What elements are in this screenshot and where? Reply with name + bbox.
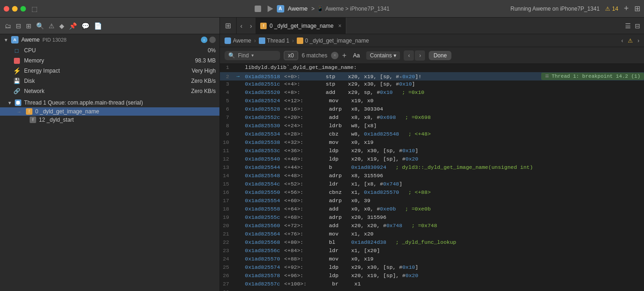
code-line-28: 28 [220, 289, 644, 291]
search-dropdown-icon[interactable]: ▾ [251, 53, 254, 58]
search-icon[interactable]: 🔍 [35, 21, 45, 31]
search-option-aa[interactable]: Aa [350, 51, 363, 60]
maximize-button[interactable] [20, 6, 26, 12]
breadcrumb-func[interactable]: 0 _dyld_get_image_name [297, 37, 369, 44]
line-number-5: 5 [220, 97, 233, 104]
code-line-16: 160x1ad825550 <+56>: cbnzx1, 0x1ad825570… [220, 189, 644, 197]
search-options: Aa [350, 51, 363, 60]
search-clear-button[interactable]: × [331, 52, 338, 59]
breadcrumb-warning-icon: ‹ [621, 37, 623, 44]
code-line-23: 230x1ad82556c <+84>: ldrx1, [x20] [220, 247, 644, 255]
line-content-12: 0x1ad825540 <+40>: ldpx20, x19, [sp], #0… [243, 155, 644, 162]
search-prev-button[interactable]: ‹ [404, 50, 414, 61]
line-number-15: 15 [220, 180, 233, 187]
add-tab-button[interactable]: + [624, 4, 629, 13]
line-arrow-2: → [233, 74, 243, 79]
line-content-2: 0x1ad825518 <+0>: stpx20, x19, [sp, #-0x… [243, 73, 541, 80]
line-addr-23: 0x1ad82556c [245, 248, 280, 254]
process-header[interactable]: ▼ A Aweme PID 13028 i [0, 34, 219, 45]
breadcrumb-thread[interactable]: Thread 1 [259, 37, 289, 44]
line-content-5: 0x1ad825524 <+12>: movx19, x0 [243, 97, 644, 104]
minimize-button[interactable] [12, 6, 18, 12]
layout-button[interactable]: ⊞ [634, 4, 640, 13]
energy-icon: ⚡ [13, 67, 20, 74]
line-number-24: 24 [220, 255, 233, 262]
code-tab-right: ☰ ⊟ [625, 18, 644, 34]
current-frame-indicator: → [17, 109, 21, 114]
breakpoint-lines-icon[interactable]: ≡ [545, 73, 549, 80]
line-number-27: 27 [220, 280, 233, 287]
line-content-18: 0x1ad825558 <+64>: addx0, x0, #0xe0b; =0… [243, 205, 644, 212]
code-panel: ⊞ ‹ › f 0 _dyld_get_image_name × ☰ ⊟ Awe… [220, 18, 644, 291]
search-done-button[interactable]: Done [429, 51, 451, 60]
cpu-icon: □ [13, 47, 20, 54]
breadcrumb-sep-2: › [292, 37, 294, 44]
line-content-23: 0x1ad82556c <+84>: ldrx1, [x20] [243, 247, 644, 254]
line-addr-9: 0x1ad825534 [245, 131, 280, 137]
line-addr-2: 0x1ad825518 [245, 74, 280, 80]
network-icon: 🔗 [13, 87, 20, 95]
disk-label: Disk [24, 78, 188, 84]
search-contains-dropdown[interactable]: Contains ▾ [366, 51, 400, 60]
thread-header[interactable]: ▼ Thread 1 Queue: com.apple.main-thread … [0, 98, 219, 107]
sidebar-content: ▼ A Aweme PID 13028 i □ CPU 0% [0, 34, 219, 291]
play-button[interactable] [267, 6, 273, 12]
chat-icon[interactable]: 💬 [81, 21, 90, 31]
folder-icon[interactable]: 🗂 [4, 21, 12, 31]
line-number-16: 16 [220, 189, 233, 195]
breakpoint-indicator: ≡Thread 1: breakpoint 14.2 (1) [541, 73, 644, 80]
line-addr-12: 0x1ad825540 [245, 156, 280, 162]
code-line-27: 270x1ad82557c <+100>: brx1 [220, 280, 644, 289]
grid-view-button[interactable]: ⊞ [220, 18, 237, 34]
line-addr-13: 0x1ad825544 [245, 164, 280, 170]
line-number-2: 2 [220, 73, 233, 80]
network-label: Network [24, 88, 188, 94]
app-title: Aweme [288, 5, 307, 12]
frame-row-0[interactable]: → f 0 _dyld_get_image_name [0, 107, 219, 116]
resource-row-energy: ⚡ Energy Impact Very High [0, 66, 219, 76]
search-field[interactable]: 🔍 Find ▾ [225, 51, 280, 60]
line-addr-11: 0x1ad82553c [245, 148, 280, 154]
tab-close-button[interactable]: × [338, 23, 341, 29]
search-bar: 🔍 Find ▾ x0 6 matches × + Aa Contains ▾ … [220, 47, 644, 64]
nav-back-button[interactable]: ‹ [237, 18, 246, 34]
code-content: 1libdyld.dylib`_dyld_get_image_name:2→0x… [220, 64, 644, 291]
memory-label: Memory [24, 57, 191, 64]
filter-icon[interactable]: ⊟ [15, 21, 22, 31]
line-content-10: 0x1ad825538 <+32>: movx0, x19 [243, 139, 644, 146]
line-addr-22: 0x1ad825568 [245, 239, 280, 245]
nav-forward-button[interactable]: › [246, 18, 256, 34]
code-line-4: 40x1ad825520 <+8>: addx29, sp, #0x10; =0… [220, 89, 644, 97]
tab-name: 0 _dyld_get_image_name [269, 23, 333, 29]
doc-icon[interactable]: 📄 [93, 21, 103, 31]
line-content-9: 0x1ad825534 <+28>: cbzw8, 0x1ad825548; <… [243, 130, 644, 137]
diamond-icon[interactable]: ◆ [58, 21, 65, 31]
frame-row-1[interactable]: f 12 _dyld_start [0, 116, 219, 124]
titlebar-breadcrumb: > 📱 Aweme > iPhone7P_1341 [312, 6, 390, 12]
search-add-button[interactable]: + [342, 51, 346, 60]
line-number-8: 8 [220, 122, 233, 129]
line-addr-10: 0x1ad825538 [245, 139, 280, 145]
line-content-13: 0x1ad825544 <+44>: b0x1ad830924; dyld3::… [243, 164, 644, 171]
breadcrumb-app-name: Aweme [233, 37, 251, 44]
breadcrumb-alert-icon: ⚠ [628, 37, 633, 44]
main-container: 🗂 ⊟ ⊞ 🔍 ⚠ ◆ 📌 💬 📄 ▼ A Aweme PID 13028 i [0, 18, 644, 291]
breadcrumb-app[interactable]: Aweme [225, 37, 251, 44]
warning-icon[interactable]: ⚠ [48, 21, 56, 31]
grid-icon[interactable]: ⊞ [25, 21, 32, 31]
code-tab-active[interactable]: f 0 _dyld_get_image_name × [256, 18, 346, 34]
breadcrumb-sep-1: › [254, 37, 256, 44]
close-button[interactable] [4, 6, 9, 12]
split-view-button[interactable]: ⊟ [635, 22, 640, 30]
sidebar-toggle-icon[interactable]: ⬚ [31, 5, 38, 12]
search-value[interactable]: x0 [284, 51, 298, 60]
line-content-6: 0x1ad825528 <+16>: adrpx8, 303304 [243, 105, 644, 112]
line-content-24: 0x1ad825570 <+88>: movx0, x19 [243, 255, 644, 262]
titlebar-right: Running Aweme on iPhone7P_1341 ⚠ 14 + ⊞ [511, 4, 640, 13]
lines-view-button[interactable]: ☰ [625, 22, 631, 30]
search-next-button[interactable]: › [415, 50, 425, 61]
stop-button[interactable] [254, 6, 261, 12]
memory-icon [13, 57, 20, 64]
pin-icon[interactable]: 📌 [68, 21, 78, 31]
line-content-17: 0x1ad825554 <+60>: adrpx0, 39 [243, 197, 644, 204]
